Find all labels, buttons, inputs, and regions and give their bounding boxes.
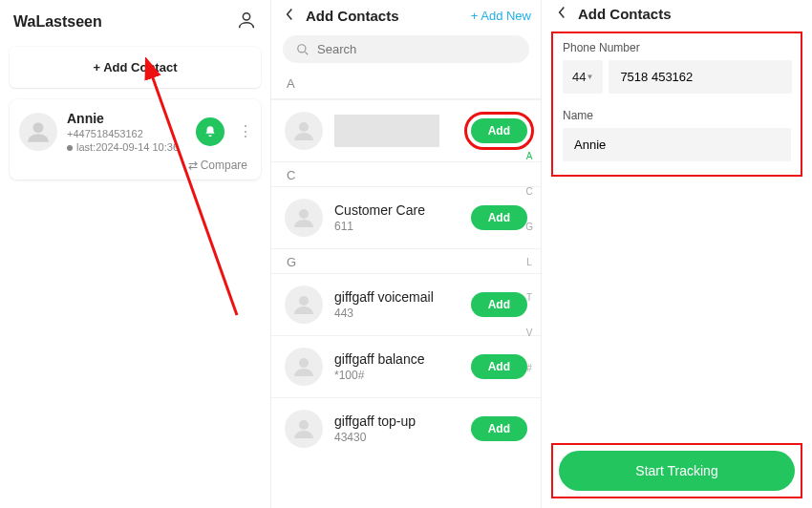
- search-icon: [296, 43, 310, 56]
- avatar: [285, 348, 323, 386]
- contact-name: Annie: [67, 111, 186, 126]
- back-button[interactable]: [279, 8, 300, 24]
- tracked-contact-card[interactable]: Annie +447518453162 last:2024-09-14 10:3…: [10, 99, 261, 180]
- country-code-select[interactable]: 44 ▼: [563, 60, 603, 94]
- avatar: [19, 113, 57, 151]
- contact-sub: 611: [334, 220, 459, 233]
- add-button[interactable]: Add: [471, 416, 527, 441]
- add-button[interactable]: Add: [471, 292, 527, 317]
- notify-button[interactable]: [196, 117, 224, 146]
- add-button[interactable]: Add: [471, 205, 527, 230]
- section-header-c: C: [271, 161, 541, 186]
- contact-name: giffgaff top-up: [334, 413, 459, 429]
- contact-sub: *100#: [334, 369, 459, 382]
- avatar: [285, 410, 323, 448]
- start-tracking-button[interactable]: Start Tracking: [559, 451, 795, 491]
- svg-point-3: [299, 122, 309, 132]
- avatar: [285, 199, 323, 237]
- contact-sub: 43430: [334, 431, 459, 444]
- svg-point-5: [299, 296, 309, 306]
- contact-info: Annie +447518453162 last:2024-09-14 10:3…: [67, 111, 186, 153]
- contacts-list-panel: Add Contacts + Add New A Add C: [270, 0, 541, 508]
- list-item[interactable]: Customer Care 611 Add: [271, 186, 541, 248]
- index-letter[interactable]: #: [526, 363, 532, 373]
- app-header: WaLastseen: [8, 6, 263, 43]
- index-letter[interactable]: T: [526, 292, 532, 303]
- start-highlight: Start Tracking: [551, 443, 802, 498]
- compare-link[interactable]: ⇄Compare: [19, 153, 251, 172]
- svg-point-7: [299, 420, 309, 430]
- masked-name: [334, 115, 439, 147]
- section-header-a: A: [271, 71, 541, 95]
- contact-phone: +447518453162: [67, 128, 186, 139]
- search-field[interactable]: [283, 35, 529, 63]
- phone-label: Phone Number: [563, 41, 791, 54]
- contact-name: giffgaff balance: [334, 351, 459, 367]
- panel-title: Add Contacts: [306, 8, 465, 24]
- form-panel: Add Contacts Phone Number 44 ▼ Name Star…: [541, 0, 812, 508]
- section-header-g: G: [271, 248, 541, 273]
- app-title: WaLastseen: [13, 13, 102, 31]
- svg-point-1: [33, 122, 44, 133]
- user-icon[interactable]: [236, 10, 257, 33]
- phone-input[interactable]: [609, 60, 792, 94]
- index-letter[interactable]: A: [526, 151, 533, 161]
- country-code-value: 44: [572, 70, 586, 84]
- svg-point-4: [299, 209, 309, 219]
- chevron-down-icon: ▼: [586, 73, 593, 81]
- contact-last-seen: last:2024-09-14 10:36: [67, 141, 186, 153]
- panel-title: Add Contacts: [578, 6, 802, 22]
- list-item[interactable]: giffgaff balance *100# Add: [271, 335, 541, 397]
- contact-name: Customer Care: [334, 202, 459, 218]
- name-input[interactable]: [563, 128, 791, 161]
- index-letter[interactable]: G: [525, 222, 533, 232]
- add-button[interactable]: Add: [471, 354, 527, 379]
- svg-point-6: [299, 358, 309, 368]
- avatar: [285, 112, 323, 150]
- contact-name: giffgaff voicemail: [334, 289, 459, 305]
- add-new-link[interactable]: + Add New: [471, 9, 531, 23]
- svg-point-2: [298, 44, 306, 52]
- name-label: Name: [563, 109, 791, 122]
- contact-sub: 443: [334, 307, 459, 320]
- list-item[interactable]: Add: [271, 99, 541, 161]
- more-menu-icon[interactable]: ⋮: [238, 130, 251, 134]
- svg-point-0: [243, 13, 249, 20]
- add-button[interactable]: Add: [471, 118, 527, 143]
- sidebar: WaLastseen + Add Contact Annie +44751845…: [0, 0, 270, 508]
- back-button[interactable]: [551, 6, 572, 22]
- add-contact-button[interactable]: + Add Contact: [10, 47, 261, 88]
- search-input[interactable]: [317, 42, 516, 56]
- index-letter[interactable]: V: [526, 328, 533, 338]
- contacts-list: A Add C Customer Care 611 Add G: [271, 71, 541, 459]
- list-item[interactable]: giffgaff voicemail 443 Add: [271, 273, 541, 335]
- form-highlight: Phone Number 44 ▼ Name: [551, 32, 802, 177]
- alpha-index[interactable]: A C G L T V #: [520, 147, 539, 377]
- index-letter[interactable]: L: [526, 257, 532, 267]
- list-item[interactable]: giffgaff top-up 43430 Add: [271, 397, 541, 459]
- index-letter[interactable]: C: [525, 186, 532, 197]
- avatar: [285, 286, 323, 324]
